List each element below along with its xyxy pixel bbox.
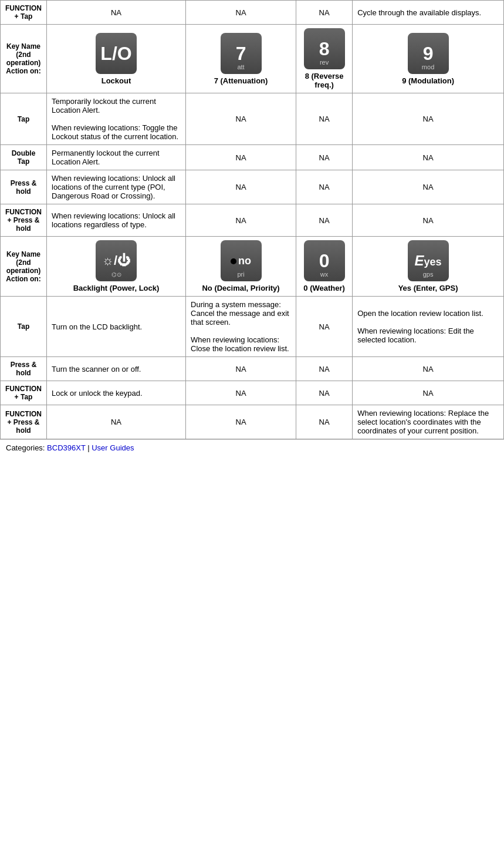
- key-9-image: 9 mod: [408, 33, 449, 74]
- col2-lockout-tap-desc: Temporarily lockout the current Location…: [47, 93, 186, 145]
- key-yes-cell: Eyes gps Yes (Enter, GPS): [353, 237, 504, 297]
- col2-backlight-tap-desc: Turn on the LCD backlight.: [47, 297, 186, 357]
- col2-na: NA: [47, 1, 186, 25]
- col4-na: NA: [296, 381, 353, 405]
- action-function-tap-2: FUNCTION+ Tap: [1, 381, 47, 405]
- col2-na: NA: [47, 405, 186, 439]
- action-tap-1: Tap: [1, 93, 47, 145]
- col4-na: NA: [296, 297, 353, 357]
- col5-na: NA: [353, 381, 504, 405]
- key-0-label: 0 (Weather): [303, 284, 345, 292]
- action-presshold-2: Press &hold: [1, 357, 47, 381]
- key-8-cell: 8 rev 8 (Reverse freq.): [296, 25, 353, 93]
- row-backlight-tap: Tap Turn on the LCD backlight. During a …: [1, 297, 504, 357]
- key-name-action-header: Key Name(2ndoperation)Action on:: [1, 25, 47, 93]
- col5-backlight-tap-desc: Open the location review location list. …: [353, 297, 504, 357]
- col2-function-presshold-desc: When reviewing locations: Unlock all loc…: [47, 204, 186, 237]
- key-lio-image: L/O: [96, 33, 137, 74]
- footer-categories-label: Categories:: [6, 443, 47, 452]
- key-0-cell: 0 wx 0 (Weather): [296, 237, 353, 297]
- col3-na: NA: [186, 93, 296, 145]
- key-9-cell: 9 mod 9 (Modulation): [353, 25, 504, 93]
- action-doubletap: DoubleTap: [1, 145, 47, 170]
- action-function-tap: FUNCTION+ Tap: [1, 1, 47, 25]
- key-yes-label: Yes (Enter, GPS): [398, 284, 458, 292]
- row-key-names-1: Key Name(2ndoperation)Action on: L/O Loc…: [1, 25, 504, 93]
- footer-link-bcd396xt[interactable]: BCD396XT: [47, 443, 86, 452]
- col3-na: NA: [186, 204, 296, 237]
- key-backlight-label: Backlight (Power, Lock): [73, 284, 160, 292]
- key-8-image: 8 rev: [304, 28, 345, 69]
- key-no-label: No (Decimal, Priority): [202, 284, 279, 292]
- col5-desc: Cycle through the available displays.: [353, 1, 504, 25]
- col5-na: NA: [353, 357, 504, 381]
- col3-na: NA: [186, 357, 296, 381]
- key-7-cell: 7 att 7 (Attenuation): [186, 25, 296, 93]
- col5-na: NA: [353, 170, 504, 204]
- action-tap-2: Tap: [1, 297, 47, 357]
- key-0-image: 0 wx: [304, 240, 345, 281]
- key-no-image: no pri: [221, 240, 262, 281]
- col3-na: NA: [186, 1, 296, 25]
- col3-na: NA: [186, 405, 296, 439]
- col4-na: NA: [296, 170, 353, 204]
- col4-na: NA: [296, 405, 353, 439]
- footer-link-userguides[interactable]: User Guides: [92, 443, 134, 452]
- row-lockout-doubletap: DoubleTap Permanently lockout the curren…: [1, 145, 504, 170]
- action-presshold-1: Press &hold: [1, 170, 47, 204]
- bullet-dot: [231, 258, 236, 264]
- key-lockout-label: Lockout: [102, 76, 131, 85]
- key-backlight-image: ☼/⏻ ⌬⊙: [96, 240, 137, 281]
- key-yes-image: Eyes gps: [408, 240, 449, 281]
- col5-backlight-function-presshold-desc: When reviewing locations: Replace the se…: [353, 405, 504, 439]
- key-9-label: 9 (Modulation): [402, 76, 454, 85]
- row-backlight-presshold: Press &hold Turn the scanner on or off. …: [1, 357, 504, 381]
- row-function-tap-cycle: FUNCTION+ Tap NA NA NA Cycle through the…: [1, 1, 504, 25]
- action-function-presshold-1: FUNCTION+ Press &hold: [1, 204, 47, 237]
- col4-na: NA: [296, 145, 353, 170]
- footer: Categories: BCD396XT | User Guides: [0, 439, 504, 456]
- col5-na: NA: [353, 145, 504, 170]
- row-lockout-function-presshold: FUNCTION+ Press &hold When reviewing loc…: [1, 204, 504, 237]
- action-function-presshold-2: FUNCTION+ Press &hold: [1, 405, 47, 439]
- col5-na: NA: [353, 204, 504, 237]
- row-lockout-tap: Tap Temporarily lockout the current Loca…: [1, 93, 504, 145]
- row-backlight-function-presshold: FUNCTION+ Press &hold NA NA NA When revi…: [1, 405, 504, 439]
- col2-doubletap-desc: Permanently lockout the current Location…: [47, 145, 186, 170]
- row-lockout-presshold: Press &hold When reviewing locations: Un…: [1, 170, 504, 204]
- col3-na: NA: [186, 170, 296, 204]
- col4-na: NA: [296, 1, 353, 25]
- col3-backlight-tap-desc: During a system message: Cancel the mess…: [186, 297, 296, 357]
- key-backlight-cell: ☼/⏻ ⌬⊙ Backlight (Power, Lock): [47, 237, 186, 297]
- col2-backlight-function-tap-desc: Lock or unlock the keypad.: [47, 381, 186, 405]
- col4-na: NA: [296, 204, 353, 237]
- col4-na: NA: [296, 357, 353, 381]
- key-7-image: 7 att: [221, 33, 262, 74]
- col5-na: NA: [353, 93, 504, 145]
- col3-na: NA: [186, 145, 296, 170]
- col4-na: NA: [296, 93, 353, 145]
- key-name-action-header-2: Key Name(2ndoperation)Action on:: [1, 237, 47, 297]
- col2-presshold-desc: When reviewing locations: Unlock all loc…: [47, 170, 186, 204]
- row-key-names-2: Key Name(2ndoperation)Action on: ☼/⏻ ⌬⊙ …: [1, 237, 504, 297]
- key-no-cell: no pri No (Decimal, Priority): [186, 237, 296, 297]
- key-7-label: 7 (Attenuation): [214, 76, 268, 85]
- key-8-label: 8 (Reverse freq.): [305, 72, 344, 89]
- key-lockout-cell: L/O Lockout: [47, 25, 186, 93]
- col2-backlight-presshold-desc: Turn the scanner on or off.: [47, 357, 186, 381]
- col3-na: NA: [186, 381, 296, 405]
- row-backlight-function-tap: FUNCTION+ Tap Lock or unlock the keypad.…: [1, 381, 504, 405]
